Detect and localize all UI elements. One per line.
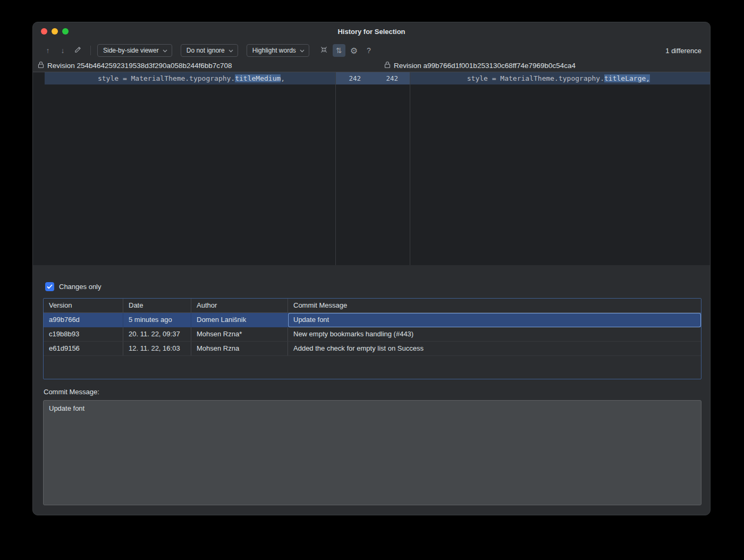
up-arrow-icon: ↑ [46,46,50,55]
author-cell: Mohsen Rzna [191,342,288,355]
column-header-author[interactable]: Author [191,299,288,312]
code-text: style = MaterialTheme.typography. [413,74,604,82]
date-cell: 20. 11. 22, 09:37 [123,327,191,341]
settings-button[interactable]: ⚙ [348,44,360,57]
right-line-number: 242 [373,72,410,84]
changes-only-label: Changes only [59,283,102,291]
version-cell: c19b8b93 [44,327,123,341]
column-header-version[interactable]: Version [44,299,123,312]
traffic-lights [41,22,69,40]
right-editor-changed-line[interactable]: style = MaterialTheme.typography.titleLa… [410,72,711,84]
changed-word-highlight: titleMedium [235,74,281,82]
jump-to-source-button[interactable] [71,44,84,57]
window-title: History for Selection [337,28,405,36]
down-arrow-icon: ↓ [61,46,65,55]
whitespace-ignore-label: Do not ignore [187,47,225,54]
code-text: , [281,74,285,82]
table-row[interactable]: e61d9156 12. 11. 22, 16:03 Mohsen Rzna A… [44,342,701,356]
synchronize-scrolling-button[interactable]: ⇅ [333,44,345,57]
left-line-number: 242 [335,72,373,84]
highlight-mode-dropdown[interactable]: Highlight words [247,44,309,57]
chevron-down-icon [229,47,233,54]
commit-message-cell: Added the check for empty list on Succes… [288,342,701,355]
table-header-row: Version Date Author Commit Message [44,299,701,313]
changes-only-checkbox[interactable] [45,282,54,291]
window-close-button[interactable] [41,28,47,35]
left-editor-changed-line[interactable]: style = MaterialTheme.typography.titleMe… [45,72,335,84]
left-revision-label: Revision 254b4642592319538d3f290a058b244… [47,62,232,70]
help-icon: ? [367,46,371,55]
author-cell: Domen Lanišnik [191,313,288,327]
viewer-mode-dropdown[interactable]: Side-by-side viewer [97,44,172,57]
version-cell: a99b766d [44,313,123,327]
viewer-mode-label: Side-by-side viewer [103,47,159,54]
diff-toolbar: ↑ ↓ Side-by-side viewer Do not ignore Hi… [33,41,710,60]
changed-word-highlight: titleLarge, [604,74,650,82]
commit-message-cell: Update font [288,313,701,327]
pane-divider [410,72,410,265]
pencil-icon [74,46,82,55]
collapse-arrows-icon [320,46,328,55]
column-header-date[interactable]: Date [123,299,191,312]
date-cell: 5 minutes ago [123,313,191,327]
date-cell: 12. 11. 22, 16:03 [123,342,191,355]
diff-line-number-gutter: 242 242 [335,72,410,84]
titlebar: History for Selection [33,22,710,40]
help-button[interactable]: ? [362,44,375,57]
table-row[interactable]: c19b8b93 20. 11. 22, 09:37 Mohsen Rzna* … [44,327,701,342]
checkmark-icon [47,283,53,291]
chevron-down-icon [300,47,305,54]
history-for-selection-dialog: History for Selection ↑ ↓ Side-by-side v… [32,22,711,515]
previous-difference-button[interactable]: ↑ [41,44,54,57]
difference-count: 1 difference [665,47,701,55]
history-table: Version Date Author Commit Message a99b7… [43,298,701,379]
code-text: style = MaterialTheme.typography. [48,74,235,82]
lock-icon [384,61,391,70]
left-revision-header: Revision 254b4642592319538d3f290a058b244… [38,60,232,72]
commit-message-label: Commit Message: [44,388,99,396]
highlight-mode-label: Highlight words [252,47,296,54]
window-minimize-button[interactable] [52,28,58,35]
collapse-unchanged-button[interactable] [318,44,331,57]
table-row[interactable]: a99b766d 5 minutes ago Domen Lanišnik Up… [44,313,701,327]
whitespace-ignore-dropdown[interactable]: Do not ignore [181,44,238,57]
chevron-down-icon [163,47,167,54]
diff-viewer: style = MaterialTheme.typography.titleMe… [33,72,711,265]
version-cell: e61d9156 [44,342,123,355]
gear-icon: ⚙ [350,46,358,56]
author-cell: Mohsen Rzna* [191,327,288,341]
commit-message-text[interactable]: Update font [43,400,701,505]
lock-icon [38,61,44,70]
changes-only-row: Changes only [45,282,102,291]
sync-scroll-icon: ⇅ [336,46,342,55]
pane-divider [335,72,336,265]
next-difference-button[interactable]: ↓ [56,44,69,57]
column-header-commit-message[interactable]: Commit Message [288,299,701,312]
window-zoom-button[interactable] [62,28,69,35]
toolbar-separator [90,46,91,55]
right-revision-label: Revision a99b766d1f001b253130c68ff74e796… [394,62,576,70]
commit-message-cell: New empty bookmarks handling (#443) [288,327,701,341]
right-revision-header: Revision a99b766d1f001b253130c68ff74e796… [384,60,576,72]
